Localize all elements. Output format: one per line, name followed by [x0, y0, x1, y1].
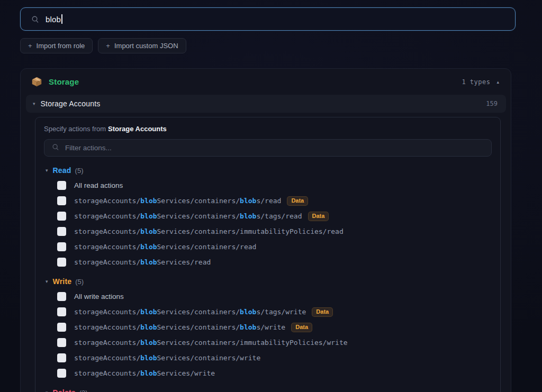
resource-type-name: Storage Accounts	[41, 99, 101, 108]
chevron-down-icon: ▾	[46, 279, 48, 284]
import-toolbar: + Import from role + Import custom JSON	[20, 38, 542, 53]
category-name: Storage	[49, 77, 79, 86]
resource-type-count: 159	[486, 100, 498, 107]
group-name: Read	[53, 166, 71, 175]
highlighted-term: blob	[140, 212, 157, 220]
action-checkbox[interactable]	[57, 323, 66, 332]
plus-icon: +	[106, 42, 110, 50]
specify-subject: Storage Accounts	[108, 125, 167, 133]
import-from-role-label: Import from role	[37, 42, 85, 50]
action-path: storageAccounts/blobServices/read	[74, 258, 211, 266]
action-path: storageAccounts/blobServices/containers/…	[74, 339, 348, 347]
chevron-down-icon: ▾	[46, 390, 48, 392]
highlighted-term: blob	[240, 323, 256, 331]
group-header-write[interactable]: ▾Write(5)	[46, 276, 492, 287]
group-name: Write	[53, 277, 72, 286]
action-path: storageAccounts/blobServices/containers/…	[74, 323, 285, 331]
action-path: storageAccounts/blobServices/containers/…	[74, 227, 344, 235]
action-row: storageAccounts/blobServices/containers/…	[57, 208, 492, 224]
action-groups: ▾Read(5)All read actionsstorageAccounts/…	[44, 165, 492, 392]
highlighted-term: blob	[140, 243, 157, 251]
action-checkbox[interactable]	[57, 353, 66, 362]
search-icon	[52, 143, 59, 153]
highlighted-term: blob	[140, 258, 157, 266]
resource-type-row-storage-accounts[interactable]: ▾ Storage Accounts 159	[26, 95, 506, 113]
data-badge: Data	[291, 323, 312, 332]
actions-panel: Specify actions fromStorage Accounts ▾Re…	[35, 117, 501, 392]
action-checkbox[interactable]	[57, 242, 66, 251]
text-cursor	[61, 14, 62, 24]
action-row: storageAccounts/blobServices/containers/…	[57, 335, 492, 350]
data-badge: Data	[312, 307, 333, 317]
plus-icon: +	[28, 42, 32, 50]
sort-ascending-icon[interactable]: ▴	[496, 79, 499, 85]
action-row: storageAccounts/blobServices/containers/…	[57, 224, 492, 239]
action-row: storageAccounts/blobServices/containers/…	[57, 320, 492, 335]
action-checkbox[interactable]	[57, 227, 66, 236]
search-value: blob	[46, 15, 61, 24]
action-row: storageAccounts/blobServices/containers/…	[57, 239, 492, 254]
import-custom-json-button[interactable]: + Import custom JSON	[98, 38, 186, 53]
highlighted-term: blob	[140, 369, 157, 377]
action-checkbox[interactable]	[57, 307, 66, 316]
action-path: storageAccounts/blobServices/containers/…	[74, 243, 256, 251]
import-from-role-button[interactable]: + Import from role	[20, 38, 93, 53]
filter-actions-input[interactable]	[65, 144, 485, 152]
action-checkbox[interactable]	[57, 258, 66, 267]
import-custom-json-label: Import custom JSON	[114, 42, 178, 50]
action-row: storageAccounts/blobServices/containers/…	[57, 350, 492, 366]
action-row: storageAccounts/blobServices/containers/…	[57, 304, 492, 320]
group-header-read[interactable]: ▾Read(5)	[46, 165, 492, 176]
data-badge: Data	[308, 212, 329, 221]
filter-actions-box	[44, 139, 492, 157]
action-row: storageAccounts/blobServices/containers/…	[57, 193, 492, 208]
select-all-row: All write actions	[57, 289, 492, 304]
select-all-checkbox[interactable]	[57, 292, 66, 301]
chevron-down-icon: ▾	[46, 168, 48, 173]
search-icon	[31, 15, 39, 23]
group-count: (3)	[79, 389, 88, 392]
data-badge: Data	[287, 196, 308, 206]
action-group-read: ▾Read(5)All read actionsstorageAccounts/…	[46, 165, 492, 270]
package-icon	[31, 76, 42, 87]
highlighted-term: blob	[140, 227, 157, 235]
action-path: storageAccounts/blobServices/containers/…	[74, 308, 306, 316]
highlighted-term: blob	[140, 323, 157, 331]
action-path: storageAccounts/blobServices/containers/…	[74, 354, 260, 362]
select-all-label: All write actions	[74, 293, 124, 300]
group-count: (5)	[75, 278, 84, 286]
highlighted-term: blob	[240, 308, 256, 316]
group-count: (5)	[75, 167, 84, 175]
action-group-delete: ▾Delete(3)	[46, 387, 492, 392]
highlighted-term: blob	[240, 197, 256, 205]
action-row: storageAccounts/blobServices/read	[57, 254, 492, 270]
highlighted-term: blob	[140, 354, 157, 362]
action-checkbox[interactable]	[57, 338, 66, 347]
action-row: storageAccounts/blobServices/write	[57, 366, 492, 381]
group-header-delete[interactable]: ▾Delete(3)	[46, 387, 492, 392]
action-checkbox[interactable]	[57, 369, 66, 378]
select-all-row: All read actions	[57, 178, 492, 193]
category-header: Storage 1 types ▴	[21, 69, 511, 94]
action-group-write: ▾Write(5)All write actionsstorageAccount…	[46, 276, 492, 381]
highlighted-term: blob	[140, 308, 157, 316]
action-path: storageAccounts/blobServices/containers/…	[74, 197, 281, 205]
chevron-down-icon: ▾	[33, 101, 35, 106]
select-all-checkbox[interactable]	[57, 181, 66, 190]
storage-category-card: Storage 1 types ▴ ▾ Storage Accounts 159…	[20, 68, 511, 392]
highlighted-term: blob	[140, 197, 157, 205]
search-input[interactable]: blob	[20, 7, 516, 31]
specify-prefix: Specify actions from	[44, 125, 106, 133]
action-path: storageAccounts/blobServices/write	[74, 369, 215, 377]
action-checkbox[interactable]	[57, 212, 66, 221]
action-checkbox[interactable]	[57, 196, 66, 205]
select-all-label: All read actions	[74, 181, 123, 189]
action-path: storageAccounts/blobServices/containers/…	[74, 212, 302, 220]
highlighted-term: blob	[140, 339, 157, 347]
highlighted-term: blob	[240, 212, 256, 220]
specify-actions-text: Specify actions fromStorage Accounts	[44, 125, 492, 133]
types-count: 1 types	[462, 78, 490, 86]
group-name: Delete	[53, 388, 76, 392]
